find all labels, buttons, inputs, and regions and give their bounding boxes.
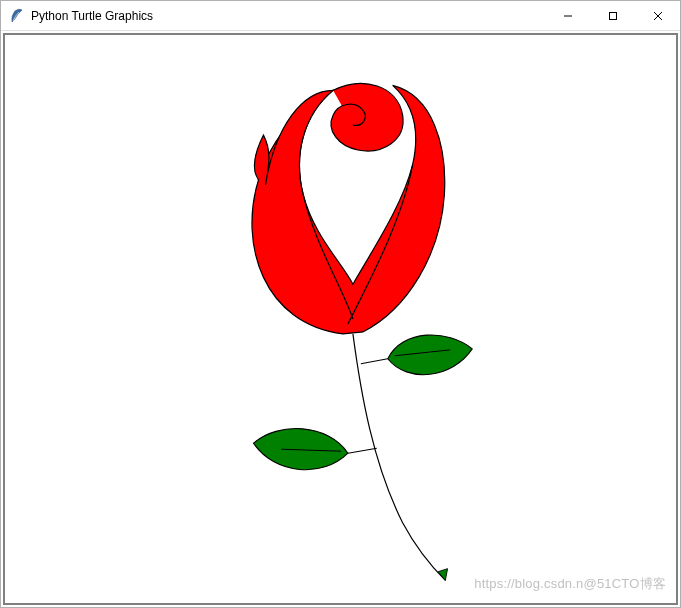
watermark: https://blog.csdn.n@51CTO博客 [474, 575, 666, 593]
maximize-button[interactable] [590, 1, 635, 30]
rose-drawing [5, 35, 676, 603]
app-window: Python Turtle Graphics [0, 0, 681, 608]
branch-right [361, 359, 388, 364]
turtle-cursor-icon [436, 565, 451, 580]
close-button[interactable] [635, 1, 680, 30]
titlebar[interactable]: Python Turtle Graphics [1, 1, 680, 31]
rose-swirl [331, 84, 403, 151]
branch-left [348, 448, 377, 453]
rose-left-petal [254, 90, 333, 194]
svg-rect-1 [609, 12, 616, 19]
turtle-canvas: https://blog.csdn.n@51CTO博客 [3, 33, 678, 605]
turtle-feather-icon [9, 8, 25, 24]
leaf-left [254, 429, 348, 470]
minimize-button[interactable] [545, 1, 590, 30]
window-title: Python Turtle Graphics [31, 9, 545, 23]
window-controls [545, 1, 680, 30]
